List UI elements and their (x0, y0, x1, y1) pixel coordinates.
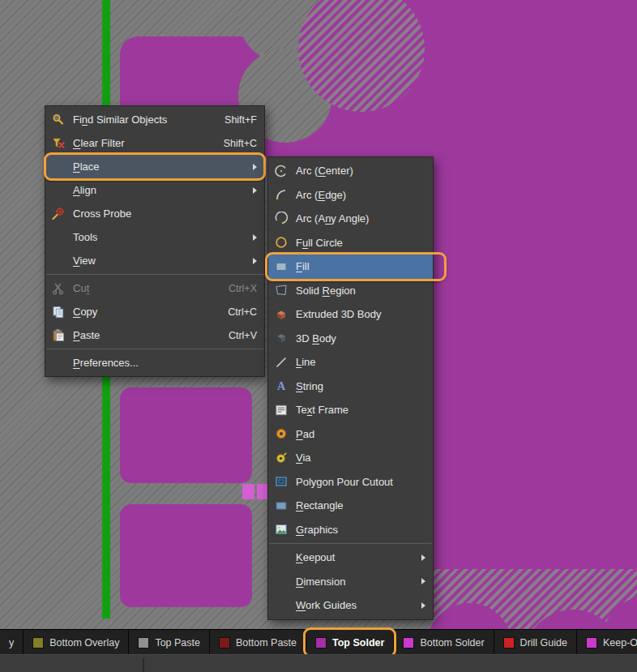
submenu-item-work-guides[interactable]: Work Guides (268, 593, 433, 618)
menu-item-label: String (296, 380, 323, 392)
submenu-item-rectangle[interactable]: Rectangle (268, 494, 433, 518)
layer-tab-label: Bottom Solder (420, 637, 484, 648)
menu-item-label: Via (296, 452, 311, 464)
menu-item-tools[interactable]: Tools (45, 225, 264, 249)
menu-item-label: Full Circle (296, 237, 343, 249)
layer-color-swatch (219, 637, 230, 648)
submenu-item-string[interactable]: AString (268, 375, 433, 399)
menu-item-cross-probe[interactable]: Cross Probe (45, 202, 264, 225)
submenu-item-line[interactable]: Line (268, 350, 433, 375)
blank-icon-slot (51, 183, 66, 198)
full-circle-icon (274, 235, 289, 250)
layer-tab-drill-guide[interactable]: Drill Guide (494, 630, 577, 655)
menu-item-paste[interactable]: PasteCtrl+V (45, 323, 264, 347)
menu-item-label: Place (73, 161, 100, 173)
menu-item-find-similar-objects[interactable]: Find Similar ObjectsShift+F (45, 108, 264, 131)
menu-item-view[interactable]: View (45, 249, 264, 272)
submenu-item-dimension[interactable]: Dimension (268, 570, 433, 594)
copper-pad-region (120, 504, 252, 607)
submenu-item-text-frame[interactable]: Text Frame (268, 398, 433, 422)
blank-icon-slot (51, 230, 66, 245)
submenu-arrow-icon (253, 187, 257, 194)
blank-icon-slot (274, 550, 289, 565)
find-similar-icon (51, 113, 66, 127)
submenu-item-full-circle[interactable]: Full Circle (268, 231, 433, 255)
cut-icon (51, 281, 66, 296)
submenu-item-solid-region[interactable]: Solid Region (268, 279, 433, 303)
layer-tab-bottom-solder[interactable]: Bottom Solder (394, 630, 494, 655)
arc-center-icon (274, 164, 289, 178)
copy-icon (51, 305, 66, 319)
annotation-ring (265, 252, 447, 281)
polygon-cutout-icon (274, 474, 289, 489)
rectangle-icon (274, 499, 289, 513)
submenu-item-arc-center[interactable]: Arc (Center) (268, 159, 433, 183)
submenu-item-via[interactable]: Via (268, 446, 433, 470)
submenu-arrow-icon (421, 578, 425, 584)
layer-tab-bar: yBottom OverlayTop PasteBottom PasteTop … (0, 629, 637, 655)
menu-item-label: Line (296, 356, 316, 368)
menu-item-label: Cut (73, 282, 89, 294)
menu-item-label: 3D Body (296, 332, 336, 345)
submenu-item-extruded-3d-body[interactable]: Extruded 3D Body (268, 302, 433, 327)
layer-tabs: yBottom OverlayTop PasteBottom PasteTop … (0, 630, 637, 655)
submenu-item-arc-any-angle[interactable]: Arc (Any Angle) (268, 207, 433, 231)
menu-item-label: View (73, 255, 96, 267)
panel-divider (143, 658, 144, 672)
layer-color-swatch (403, 637, 414, 648)
submenu-item-graphics[interactable]: Graphics (268, 518, 433, 542)
string-icon: A (274, 379, 289, 393)
submenu-item-arc-edge[interactable]: Arc (Edge) (268, 183, 433, 208)
layer-tab-bottom-paste[interactable]: Bottom Paste (210, 630, 306, 655)
pad-icon (274, 426, 289, 441)
layer-tab-top-solder[interactable]: Top Solder (306, 630, 394, 655)
menu-item-label: Solid Region (296, 285, 356, 297)
menu-separator (46, 274, 263, 275)
menu-item-label: Pad (296, 428, 314, 440)
arc-edge-icon (274, 187, 289, 202)
extruded-3d-icon (274, 307, 289, 322)
submenu-item-3d-body[interactable]: 3D Body (268, 327, 433, 351)
menu-item-label: Paste (73, 329, 100, 341)
layer-tab-bottom-overlay[interactable]: Bottom Overlay (24, 630, 129, 655)
submenu-arrow-icon (253, 258, 257, 264)
menu-item-label: Arc (Center) (296, 165, 353, 177)
menu-item-label: Extruded 3D Body (296, 308, 382, 320)
menu-item-label: Arc (Any Angle) (296, 212, 369, 225)
menu-item-label: Cross Probe (73, 208, 131, 220)
submenu-arrow-icon (253, 164, 257, 170)
menu-item-label: Clear Filter (73, 137, 125, 149)
menu-item-place[interactable]: Place (45, 155, 264, 178)
menu-item-align[interactable]: Align (45, 178, 264, 202)
submenu-item-keepout[interactable]: Keepout (268, 546, 433, 570)
menu-item-preferences[interactable]: Preferences... (45, 351, 264, 375)
menu-item-shortcut: Shift+C (212, 138, 257, 149)
solid-region-icon (274, 283, 289, 297)
copper-pad-region (120, 387, 252, 483)
menu-separator (269, 543, 432, 544)
menu-item-shortcut: Ctrl+X (217, 283, 257, 294)
menu-item-cut[interactable]: CutCtrl+X (45, 276, 264, 300)
layer-tab-top-paste[interactable]: Top Paste (129, 630, 210, 655)
submenu-item-fill[interactable]: Fill (268, 255, 433, 279)
layer-tab-keep-o[interactable]: Keep-O (577, 630, 637, 655)
clear-filter-icon (51, 136, 66, 151)
menu-item-shortcut: Shift+F (213, 114, 257, 126)
submenu-item-pad[interactable]: Pad (268, 422, 433, 447)
graphics-icon (274, 522, 289, 537)
menu-item-copy[interactable]: CopyCtrl+C (45, 300, 264, 323)
blank-icon-slot (51, 254, 66, 268)
menu-item-shortcut: Ctrl+V (217, 330, 257, 341)
layer-color-swatch (315, 637, 327, 648)
menu-item-label: Fill (296, 260, 310, 272)
blank-icon-slot (274, 574, 289, 589)
submenu-arrow-icon (253, 234, 257, 241)
layer-tab-label: y (9, 637, 14, 648)
submenu-item-polygon-pour-cutout[interactable]: Polygon Pour Cutout (268, 470, 433, 494)
menu-item-label: Arc (Edge) (296, 189, 346, 201)
menu-separator (46, 349, 263, 349)
layer-tab-label: Bottom Overlay (49, 637, 119, 648)
menu-item-clear-filter[interactable]: Clear FilterShift+C (45, 131, 264, 155)
layer-tab-y[interactable]: y (0, 630, 24, 655)
menu-item-shortcut: Ctrl+C (216, 306, 257, 318)
